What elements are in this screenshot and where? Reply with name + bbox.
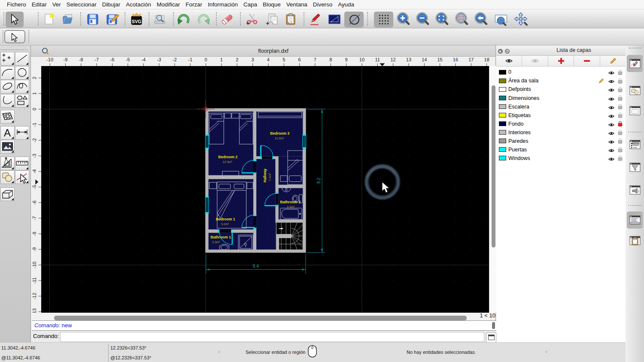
svg-text:-6: -6 bbox=[110, 57, 115, 62]
svg-text:0: 0 bbox=[32, 108, 37, 110]
svg-text:13: 13 bbox=[406, 57, 411, 62]
svg-text:SVG: SVG bbox=[132, 19, 141, 24]
svg-text:-10: -10 bbox=[46, 57, 53, 62]
svg-text:2: 2 bbox=[32, 77, 37, 79]
svg-text:-6: -6 bbox=[32, 201, 37, 205]
svg-text:10: 10 bbox=[359, 57, 365, 62]
svg-text:14: 14 bbox=[422, 57, 427, 62]
svg-text:6: 6 bbox=[298, 57, 301, 62]
svg-text:5: 5 bbox=[283, 57, 285, 62]
svg-text:-12: -12 bbox=[32, 293, 37, 300]
svg-text:-4: -4 bbox=[32, 169, 37, 174]
svg-text:1: 1 bbox=[220, 57, 223, 62]
svg-text:-8: -8 bbox=[32, 232, 37, 236]
svg-text:12.3m²: 12.3m² bbox=[223, 160, 233, 164]
svg-text:-9: -9 bbox=[64, 57, 68, 62]
svg-text:17: 17 bbox=[468, 57, 474, 62]
svg-text:9: 9 bbox=[345, 57, 348, 62]
svg-text:-1: -1 bbox=[32, 123, 37, 127]
svg-text:16: 16 bbox=[453, 57, 458, 62]
svg-text:8: 8 bbox=[329, 57, 332, 62]
svg-text:12: 12 bbox=[391, 57, 396, 62]
svg-text:Bedroom 1: Bedroom 1 bbox=[216, 217, 235, 221]
svg-text:-2: -2 bbox=[32, 138, 37, 142]
svg-text:-13: -13 bbox=[32, 308, 37, 313]
svg-text:Bathroom 1: Bathroom 1 bbox=[211, 235, 231, 239]
svg-text:Bedroom 2: Bedroom 2 bbox=[219, 155, 238, 159]
svg-text:11: 11 bbox=[375, 57, 380, 62]
svg-text:-5: -5 bbox=[126, 57, 130, 62]
svg-text:-7: -7 bbox=[94, 57, 99, 62]
svg-text:2: 2 bbox=[236, 57, 238, 62]
svg-text:9.2: 9.2 bbox=[317, 178, 322, 184]
svg-text:-10: -10 bbox=[32, 262, 37, 268]
svg-text:-3: -3 bbox=[157, 57, 161, 62]
svg-text:4: 4 bbox=[267, 57, 270, 62]
svg-text:-9: -9 bbox=[32, 247, 37, 252]
svg-text:Bedroom 3: Bedroom 3 bbox=[270, 131, 290, 136]
svg-text:-2: -2 bbox=[173, 57, 177, 62]
svg-text:-3: -3 bbox=[32, 154, 37, 158]
svg-text:9.2m²: 9.2m² bbox=[221, 223, 229, 226]
svg-text:0: 0 bbox=[204, 57, 207, 62]
svg-text:11.5m²: 11.5m² bbox=[275, 137, 284, 140]
svg-text:-4: -4 bbox=[141, 57, 146, 62]
svg-text:-8: -8 bbox=[79, 57, 83, 62]
svg-text:-7: -7 bbox=[32, 216, 37, 220]
svg-text:7.4m²: 7.4m² bbox=[268, 173, 272, 181]
svg-text:3.3m²: 3.3m² bbox=[287, 205, 295, 209]
svg-text:-1: -1 bbox=[188, 57, 192, 62]
svg-text:Bathroom 2: Bathroom 2 bbox=[280, 200, 301, 204]
svg-text:18: 18 bbox=[484, 57, 489, 62]
svg-text:Hallway: Hallway bbox=[263, 169, 267, 182]
svg-text:15: 15 bbox=[437, 57, 443, 62]
svg-text:6.4: 6.4 bbox=[253, 264, 259, 268]
svg-text:A: A bbox=[4, 127, 11, 139]
svg-text:3.3m²: 3.3m² bbox=[212, 241, 220, 244]
svg-text:7: 7 bbox=[314, 57, 316, 62]
svg-text:3: 3 bbox=[252, 57, 254, 62]
svg-text:-5: -5 bbox=[32, 185, 37, 189]
svg-text:1: 1 bbox=[32, 92, 37, 95]
svg-text:-11: -11 bbox=[32, 278, 37, 284]
